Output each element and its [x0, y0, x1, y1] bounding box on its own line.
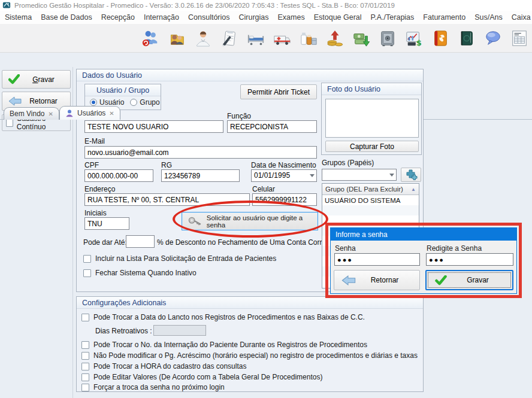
- patients-group-icon[interactable]: [168, 29, 186, 47]
- safe-icon[interactable]: [379, 29, 397, 47]
- redigite-senha-input[interactable]: [426, 253, 513, 266]
- foto-usuario-group: Foto do Usuário Capturar Foto: [321, 83, 422, 155]
- config-check1-row: Pode Trocar a Data do Lancto nos Registr…: [81, 313, 365, 321]
- dias-retroativos-label: Dias Retroativos :: [95, 327, 152, 335]
- config-check6-row: Forçar a troca da senha no próximo login: [81, 383, 225, 391]
- user-icon: [65, 109, 74, 117]
- finance-chart-icon[interactable]: $: [405, 29, 423, 47]
- chevron-down-icon: [389, 174, 394, 177]
- trocar-hora-checkbox[interactable]: [81, 363, 89, 370]
- grupos-combo[interactable]: [322, 169, 397, 181]
- tab-usuarios[interactable]: Usuários ✕: [59, 106, 120, 120]
- nao-modificar-acrescimo-checkbox[interactable]: [81, 352, 89, 360]
- rg-label: RG: [161, 161, 172, 169]
- funcao-label: Função: [227, 112, 251, 120]
- informe-senha-dialog: Informe a senha Senha Redigite a Senha R…: [330, 227, 517, 294]
- dialog-gravar-label: Gravar: [467, 276, 489, 284]
- menu-pa-terapias[interactable]: P.A./Terapias: [371, 13, 415, 22]
- tab-bem-vindo-label: Bem Vindo: [10, 110, 44, 118]
- incluir-lista-checkbox[interactable]: [83, 255, 91, 263]
- forcar-troca-senha-checkbox[interactable]: [81, 384, 89, 391]
- payments-down-icon[interactable]: [352, 29, 370, 47]
- iniciais-input[interactable]: [84, 217, 129, 230]
- radio-grupo[interactable]: Grupo: [130, 98, 159, 107]
- funcao-input[interactable]: [227, 120, 317, 133]
- email-input[interactable]: [84, 146, 317, 159]
- check-icon: [435, 275, 447, 285]
- chevron-down-icon: [310, 174, 315, 177]
- foto-usuario-header: Foto do Usuário: [322, 83, 421, 95]
- close-icon[interactable]: ✕: [109, 110, 114, 117]
- cpf-input[interactable]: [84, 169, 153, 182]
- hospital-bed-icon[interactable]: [247, 29, 265, 47]
- report-grid-icon[interactable]: [510, 29, 528, 47]
- foto-preview: [325, 99, 419, 138]
- endereco-input[interactable]: [84, 193, 250, 206]
- menu-base-de-dados[interactable]: Base de Dados: [41, 13, 92, 22]
- nome-input[interactable]: [84, 120, 223, 133]
- dialog-gravar-button[interactable]: Gravar: [425, 270, 513, 290]
- dialog-title: Informe a senha: [331, 228, 516, 241]
- arrow-left-icon: [341, 275, 356, 285]
- config-check1-label: Pode Trocar a Data do Lancto nos Registr…: [93, 313, 365, 321]
- grid-row-usuario-sistema[interactable]: USUÁRIO DO SISTEMA: [322, 195, 419, 205]
- cpf-label: CPF: [84, 161, 99, 169]
- cadastro-continuo-checkbox[interactable]: [6, 119, 13, 127]
- pharmacy-icon[interactable]: [300, 29, 318, 47]
- title-bar: Promedico Gestão Hospitalar - Promedico …: [0, 0, 532, 11]
- grid-header-label: Grupo (DEL Para Excluir): [325, 186, 403, 193]
- fechar-sistema-label: Fechar Sistema Quando Inativo: [95, 269, 197, 277]
- desconto-input[interactable]: [126, 235, 155, 248]
- dados-usuario-header: Dados do Usuário: [77, 69, 423, 81]
- rg-input[interactable]: [161, 169, 240, 182]
- users-sync-icon[interactable]: [141, 29, 159, 47]
- celular-input[interactable]: [252, 193, 317, 206]
- solicitar-senha-label: Solicitar ao usuário que digite a senha: [207, 214, 318, 229]
- fechar-sistema-checkbox[interactable]: [83, 269, 91, 277]
- config-check4-row: Pode Trocar a HORA do cadastro das consu…: [81, 362, 246, 370]
- ledger-book-icon[interactable]: [458, 29, 476, 47]
- adicionar-grupo-button[interactable]: [401, 168, 421, 182]
- trocar-data-lancto-checkbox[interactable]: [81, 314, 89, 321]
- capturar-foto-button[interactable]: Capturar Foto: [325, 141, 419, 152]
- menu-exames[interactable]: Exames: [278, 13, 305, 22]
- trocar-internacao-checkbox[interactable]: [81, 341, 89, 349]
- ambulance-icon[interactable]: [273, 29, 291, 47]
- menu-faturamento[interactable]: Faturamento: [423, 13, 466, 22]
- doctor-icon[interactable]: [194, 29, 212, 47]
- close-icon[interactable]: ✕: [48, 111, 53, 117]
- senha-input[interactable]: [334, 253, 420, 266]
- tab-usuarios-label: Usuários: [77, 109, 105, 117]
- grid-row-label: USUÁRIO DO SISTEMA: [325, 197, 401, 204]
- phone-book-icon[interactable]: [431, 29, 449, 47]
- menu-sistema[interactable]: Sistema: [5, 13, 32, 22]
- revenue-up-icon[interactable]: [326, 29, 344, 47]
- config-check3-label: Não Pode modificar o Pg. Acréscimo (horá…: [93, 351, 418, 360]
- dias-retroativos-input[interactable]: [153, 325, 206, 336]
- solicitar-senha-button[interactable]: Solicitar ao usuário que digite a senha: [182, 212, 318, 230]
- radio-usuario[interactable]: Usuário: [90, 98, 124, 107]
- gravar-button[interactable]: Gravar: [2, 70, 71, 89]
- svg-text:$: $: [416, 38, 422, 47]
- menu-recepcao[interactable]: Recepção: [101, 13, 135, 22]
- configuracoes-adicionais-group: Configurações Adicionais Pode Trocar a D…: [76, 296, 424, 392]
- tab-bem-vindo[interactable]: Bem Vindo ✕: [4, 107, 59, 120]
- menu-consultorios[interactable]: Consultórios: [188, 13, 229, 22]
- nascimento-combo[interactable]: 01/01/1995: [251, 169, 317, 182]
- permitir-abrir-ticket-button[interactable]: Permitir Abrir Ticket: [240, 84, 317, 99]
- menu-cirurgias[interactable]: Cirurgias: [239, 13, 269, 22]
- desconto-prefix: Pode dar Até:: [83, 238, 127, 247]
- editar-valores-checkbox[interactable]: [81, 373, 89, 381]
- grupos-grid-header[interactable]: Grupo (DEL Para Excluir) ▲: [322, 184, 419, 195]
- menu-estoque-geral[interactable]: Estoque Geral: [314, 13, 362, 22]
- dialog-retornar-button[interactable]: Retornar: [334, 270, 420, 290]
- grupos-papeis-label: Grupos (Papéis): [322, 159, 374, 167]
- menu-internacao[interactable]: Internação: [144, 13, 179, 22]
- clipboard-pen-icon[interactable]: [220, 29, 238, 47]
- chat-icon[interactable]: [484, 29, 502, 47]
- menu-sus-ans[interactable]: Sus/Ans: [474, 13, 503, 22]
- tab-bar: Bem Vindo ✕ Usuários ✕: [0, 53, 532, 67]
- incluir-lista-label: Incluir na Lista Para Solicitação de Ent…: [95, 254, 276, 263]
- retornar-label: Retornar: [29, 97, 58, 105]
- menu-caixa[interactable]: Caixa: [512, 13, 531, 22]
